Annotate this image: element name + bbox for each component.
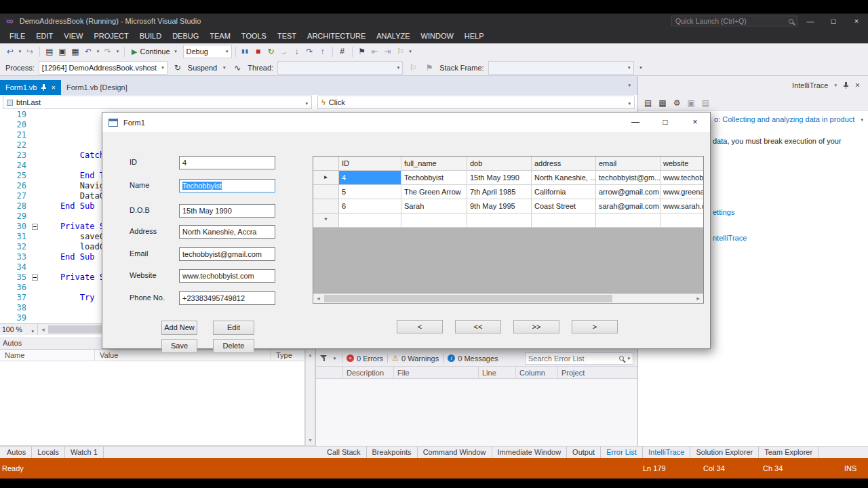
navigate-forward-icon[interactable]: ↪ — [24, 45, 36, 58]
grid-cell[interactable]: 5 — [339, 185, 401, 199]
delete-button[interactable]: Delete — [213, 339, 254, 353]
grid-cell[interactable]: sarah@gmail.com — [596, 199, 660, 214]
debug-target-combo[interactable]: Debug ▾ — [183, 45, 232, 58]
document-list-caret-icon[interactable]: ▾ — [628, 83, 631, 88]
redo-caret-icon[interactable]: ▾ — [115, 49, 121, 54]
close-icon[interactable]: × — [855, 81, 860, 90]
object-combo[interactable]: btnLast ▾ — [3, 96, 312, 109]
tab-intellitrace[interactable]: IntelliTrace — [643, 447, 690, 459]
close-button[interactable]: × — [845, 14, 868, 28]
grid-cell[interactable]: techobbyist@gm... — [596, 171, 660, 185]
nav-next-button[interactable]: > — [572, 320, 618, 333]
collapse-caret-icon[interactable]: ▾ — [861, 117, 863, 123]
show-next-statement-icon[interactable]: → — [278, 45, 290, 58]
autos-vscrollbar[interactable]: ▴ ▾ — [305, 349, 315, 446]
menu-item-tools[interactable]: TOOLS — [236, 28, 272, 43]
menu-item-help[interactable]: HELP — [459, 28, 490, 43]
error-list-column-line[interactable]: Line — [479, 367, 516, 378]
grid-column-address[interactable]: address — [532, 157, 596, 171]
flag-outline-icon[interactable]: ⚐ — [407, 61, 419, 75]
add-new-button[interactable]: Add New — [161, 321, 197, 335]
step-out-icon[interactable]: ↑ — [317, 45, 329, 58]
menu-item-analyze[interactable]: ANALYZE — [371, 28, 415, 43]
grid-cell[interactable]: Sarah — [401, 199, 467, 214]
tab-form1-vb-design[interactable]: Form1.vb [Design] — [61, 80, 133, 95]
close-button[interactable]: × — [680, 113, 710, 132]
pin-icon[interactable] — [843, 82, 849, 89]
step-over-icon[interactable]: ↷ — [304, 45, 316, 58]
zoom-select[interactable]: 100 % ▾ — [0, 324, 38, 335]
thread-combo[interactable]: ▾ — [277, 61, 403, 75]
continue-button[interactable]: ▶ Continue ▾ — [128, 44, 182, 59]
email-field[interactable]: techobbyist@gmail.com — [179, 247, 275, 261]
grid-column-email[interactable]: email — [596, 157, 660, 171]
intellitrace-help-link[interactable]: o: Collecting and analyzing data in prod… — [714, 115, 854, 123]
row-header[interactable] — [313, 199, 339, 214]
tab-team-explorer[interactable]: Team Explorer — [759, 447, 818, 459]
restore-button[interactable]: □ — [822, 14, 845, 28]
grid-cell[interactable] — [339, 214, 401, 228]
scroll-left-icon[interactable]: ◂ — [313, 295, 323, 302]
next-bookmark-icon[interactable]: ⇥ — [382, 45, 394, 58]
grid-cell[interactable] — [532, 214, 596, 228]
grid-cell[interactable]: www.greenarr — [660, 185, 703, 199]
stop-debugging-icon[interactable]: ■ — [252, 45, 264, 58]
open-intellitrace-link[interactable]: ntelliTrace — [713, 234, 747, 242]
menu-item-build[interactable]: BUILD — [134, 28, 167, 43]
tab-call-stack[interactable]: Call Stack — [321, 447, 367, 459]
grid-cell[interactable]: 15th May 1990 — [467, 171, 532, 185]
filter-caret-icon[interactable]: ▾ — [332, 356, 338, 361]
scroll-up-icon[interactable]: ▴ — [309, 352, 311, 358]
nav-last-button[interactable]: >> — [513, 320, 559, 333]
step-into-icon[interactable]: ↓ — [291, 45, 303, 58]
close-icon[interactable]: × — [51, 84, 55, 92]
open-icon[interactable]: ▤ — [702, 98, 709, 108]
menu-item-view[interactable]: VIEW — [58, 28, 88, 43]
dob-field[interactable]: 15th May 1990 — [179, 204, 275, 218]
tab-locals[interactable]: Locals — [32, 447, 65, 459]
warnings-count-button[interactable]: ⚠ 0 Warnings — [392, 354, 439, 363]
toolbar-overflow-caret-icon[interactable]: ▾ — [638, 65, 644, 70]
website-field[interactable]: www.techobbyist.com — [179, 269, 275, 283]
stack-frame-combo[interactable]: ▾ — [488, 61, 634, 75]
break-all-icon[interactable]: ▮▮ — [239, 45, 252, 58]
navigate-back-caret-icon[interactable]: ▾ — [17, 49, 23, 54]
nav-first-button[interactable]: << — [455, 320, 501, 333]
grid-cell[interactable]: Coast Street — [532, 199, 596, 214]
flag-icon[interactable]: ⚑ — [423, 61, 435, 75]
tab-watch-1[interactable]: Watch 1 — [65, 447, 104, 459]
grid-cell[interactable]: 9th May 1995 — [467, 199, 532, 214]
panel-menu-caret-icon[interactable]: ▾ — [834, 83, 837, 88]
save-all-icon[interactable]: ▦ — [69, 45, 81, 58]
list-view-icon[interactable]: ▤ — [644, 98, 652, 108]
bookmark-flag-icon[interactable]: ⚐ — [395, 45, 407, 58]
grid-cell[interactable]: 7th April 1985 — [467, 185, 532, 199]
menu-item-window[interactable]: WINDOW — [416, 28, 459, 43]
grid-cell[interactable]: 6 — [339, 199, 401, 214]
code-fold-icon[interactable] — [32, 274, 38, 281]
messages-count-button[interactable]: i 0 Messages — [448, 354, 498, 363]
save-button[interactable]: Save — [161, 339, 197, 353]
name-field[interactable]: Techobbyist — [179, 179, 275, 192]
event-combo[interactable]: ϟ Click ▾ — [317, 96, 635, 109]
grid-cell[interactable]: Techobbyist — [401, 171, 467, 185]
tab-output[interactable]: Output — [567, 447, 601, 459]
grid-cell[interactable]: California — [532, 185, 596, 199]
grid-cell[interactable]: 4 — [339, 171, 401, 185]
edit-button[interactable]: Edit — [213, 321, 254, 335]
save-icon[interactable]: ▣ — [56, 45, 68, 58]
grid-cell[interactable] — [467, 214, 532, 228]
grid-cell[interactable]: www.techobb — [660, 171, 703, 185]
grid-hscrollbar[interactable]: ◂ ▸ — [313, 293, 703, 303]
scroll-left-icon[interactable]: ◂ — [38, 326, 48, 333]
scrollbar-track[interactable] — [323, 293, 693, 304]
hex-display-icon[interactable]: # — [336, 45, 349, 58]
tab-immediate-window[interactable]: Immediate Window — [492, 447, 568, 459]
new-file-icon[interactable]: ▤ — [43, 45, 56, 58]
undo-caret-icon[interactable]: ▾ — [95, 49, 101, 54]
menu-item-edit[interactable]: EDIT — [31, 28, 58, 43]
row-indicator-arrow-icon[interactable]: ► — [313, 171, 339, 185]
grid-cell[interactable] — [401, 214, 467, 228]
menu-item-team[interactable]: TEAM — [204, 28, 236, 43]
restart-icon[interactable]: ↻ — [265, 45, 277, 58]
